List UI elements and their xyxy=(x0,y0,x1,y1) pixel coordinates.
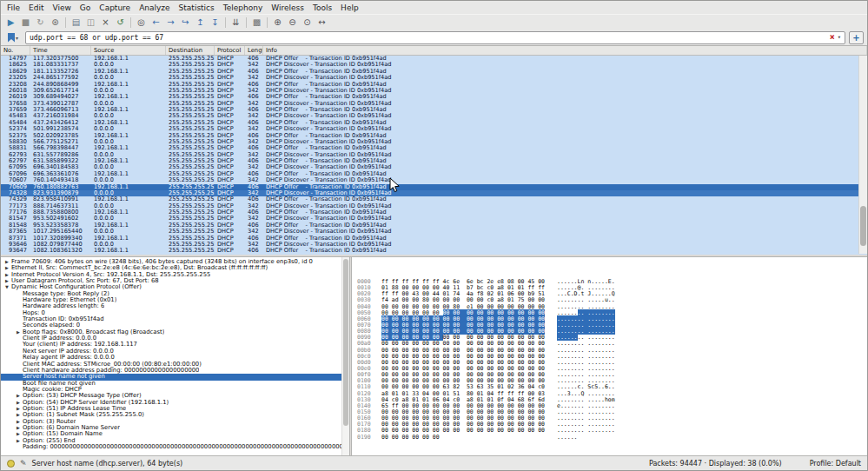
expand-toggle-icon[interactable]: ▶ xyxy=(14,329,23,335)
column-header-no[interactable]: No. xyxy=(1,46,30,55)
auto-scroll-toggle-icon[interactable]: ⇊ xyxy=(229,16,243,29)
expand-toggle-icon[interactable]: ▶ xyxy=(3,272,11,278)
hex-row[interactable]: 019000 00 00 00 00 00...... xyxy=(357,435,867,441)
menu-item-file[interactable]: File xyxy=(3,3,24,12)
detail-line[interactable]: Client hardware address padding: 0000000… xyxy=(1,368,349,374)
expand-toggle-icon[interactable]: ▶ xyxy=(3,265,11,271)
go-to-packet-icon[interactable]: ↪ xyxy=(178,16,193,29)
save-capture-file-icon[interactable]: ◫ xyxy=(83,16,98,29)
capture-options-icon[interactable]: ⊛ xyxy=(48,16,63,29)
packet-row[interactable]: 81547953.5024916020.0.0.0255.255.255.255… xyxy=(1,216,867,222)
expert-info-icon[interactable] xyxy=(7,460,15,468)
go-forward-icon[interactable]: → xyxy=(163,16,178,29)
menu-item-analyze[interactable]: Analyze xyxy=(135,3,174,12)
column-header-source[interactable]: Source xyxy=(91,46,166,55)
scrollbar-thumb[interactable] xyxy=(860,206,866,246)
packet-row[interactable]: 58830566.7751252710.0.0.0255.255.255.255… xyxy=(1,139,867,145)
packet-row[interactable]: 26018309.6526177140.0.0.0255.255.255.255… xyxy=(1,88,867,94)
menu-item-go[interactable]: Go xyxy=(76,3,95,12)
expand-toggle-icon[interactable]: ▶ xyxy=(14,425,23,431)
detail-line[interactable]: Seconds elapsed: 0 xyxy=(1,322,349,328)
packet-row[interactable]: 936471082.108361320192.168.1.1255.255.25… xyxy=(1,248,867,254)
column-header-length[interactable]: Length xyxy=(245,46,263,55)
detail-line[interactable]: ▶Option: (6) Domain Name Server xyxy=(1,425,349,431)
menu-item-wireless[interactable]: Wireless xyxy=(267,3,308,12)
column-header-time[interactable]: Time xyxy=(30,46,91,55)
packet-row[interactable]: 45484437.243426412192.168.1.1255.255.255… xyxy=(1,120,867,126)
packet-row[interactable]: 37659373.466096713192.168.1.1255.255.255… xyxy=(1,107,867,113)
detail-line[interactable]: Hops: 0 xyxy=(1,310,349,316)
column-header-info[interactable]: Info xyxy=(263,46,867,55)
find-packet-icon[interactable]: ◎ xyxy=(134,16,149,29)
detail-line[interactable]: Relay agent IP address: 0.0.0.0 xyxy=(1,355,349,361)
go-to-last-packet-icon[interactable]: ↧ xyxy=(208,16,222,29)
detail-line[interactable]: ▶Ethernet II, Src: CommectT_bc:2e:e8 (4c… xyxy=(1,265,349,271)
restart-capture-icon[interactable]: ↻ xyxy=(33,16,48,29)
packet-row[interactable]: 37658373.4390127870.0.0.0255.255.255.255… xyxy=(1,101,867,107)
packet-row[interactable]: 23205244.8651775920.0.0.0255.255.255.255… xyxy=(1,75,867,81)
clear-filter-icon[interactable]: × xyxy=(830,33,835,42)
packet-row[interactable]: 74328823.9313908790.0.0.0255.255.255.255… xyxy=(1,190,867,196)
zoom-in-icon[interactable]: ⊕ xyxy=(270,16,285,29)
packet-row[interactable]: 45483437.2160319840.0.0.0255.255.255.255… xyxy=(1,113,867,119)
capture-comment-icon[interactable]: ✎ xyxy=(20,459,27,468)
detail-line[interactable]: Magic cookie: DHCP xyxy=(1,387,349,393)
packet-row[interactable]: 70609760.180882763192.168.1.1255.255.255… xyxy=(1,184,867,190)
detail-line[interactable]: ▶Option: (54) DHCP Server Identifier (19… xyxy=(1,400,349,406)
detail-line[interactable]: ▶User Datagram Protocol, Src Port: 67, D… xyxy=(1,278,349,284)
menu-item-help[interactable]: Help xyxy=(336,3,363,12)
packet-row[interactable]: 70607760.1404934180.0.0.0255.255.255.255… xyxy=(1,177,867,183)
expand-toggle-icon[interactable]: ▶ xyxy=(14,412,23,418)
close-capture-file-icon[interactable]: × xyxy=(98,16,113,29)
detail-line[interactable]: Server host name not given xyxy=(1,374,349,380)
details-scrollbar-thumb[interactable] xyxy=(343,259,348,426)
menu-item-tools[interactable]: Tools xyxy=(308,3,336,12)
packet-row[interactable]: 873711017.320899340192.168.1.1255.255.25… xyxy=(1,236,867,242)
detail-line[interactable]: Hardware address length: 6 xyxy=(1,303,349,309)
go-back-icon[interactable]: ← xyxy=(149,16,163,29)
packet-row[interactable]: 58831566.798398447192.168.1.1255.255.255… xyxy=(1,145,867,151)
add-filter-button[interactable]: + xyxy=(849,31,864,44)
reload-capture-file-icon[interactable]: ↺ xyxy=(113,16,128,29)
expand-toggle-icon[interactable]: ▶ xyxy=(14,393,23,399)
expand-toggle-icon[interactable]: ▶ xyxy=(14,406,23,412)
packet-row[interactable]: 52374501.9912385740.0.0.0255.255.255.255… xyxy=(1,126,867,132)
packet-row[interactable]: 18629181.113352726192.168.1.1255.255.255… xyxy=(1,69,867,75)
packet-row[interactable]: 74329823.958410991192.168.1.1255.255.255… xyxy=(1,196,867,202)
menu-item-statistics[interactable]: Statistics xyxy=(175,3,219,12)
packet-row[interactable]: 77176888.735880800192.168.1.1255.255.255… xyxy=(1,209,867,216)
packet-row[interactable]: 873651017.2951654400.0.0.0255.255.255.25… xyxy=(1,229,867,235)
expand-toggle-icon[interactable]: ▶ xyxy=(3,278,11,284)
packet-row[interactable]: 67095696.3401845830.0.0.0255.255.255.255… xyxy=(1,164,867,170)
stop-capture-icon[interactable]: ■ xyxy=(18,16,33,29)
detail-line[interactable]: ▶Option: (53) DHCP Message Type (Offer) xyxy=(1,393,349,399)
detail-line[interactable]: Next server IP address: 0.0.0.0 xyxy=(1,348,349,355)
packet-row[interactable]: 18625181.0833317370.0.0.0255.255.255.255… xyxy=(1,62,867,68)
detail-line[interactable]: ▼Dynamic Host Configuration Protocol (Of… xyxy=(1,284,349,290)
display-filter-input[interactable]: udp.port == 68 or udp.port == 67 × ▾ xyxy=(25,31,845,44)
colorize-packets-icon[interactable]: ▩ xyxy=(249,16,264,29)
packet-row[interactable]: 14797117.320377500192.168.1.1255.255.255… xyxy=(1,56,867,62)
go-to-first-packet-icon[interactable]: ↥ xyxy=(193,16,208,29)
packet-row[interactable]: 936461082.0798774400.0.0.0255.255.255.25… xyxy=(1,242,867,248)
resize-columns-icon[interactable]: ↔ xyxy=(315,16,329,29)
detail-line[interactable]: Transaction ID: 0xb951f4ad xyxy=(1,316,349,322)
detail-line[interactable]: ▶Internet Protocol Version 4, Src: 192.1… xyxy=(1,272,349,278)
column-header-protocol[interactable]: Protocol xyxy=(215,46,245,55)
packet-row[interactable]: 81548953.523358378192.168.1.1255.255.255… xyxy=(1,222,867,229)
detail-line[interactable]: Padding: 0000000000000000000000000000000… xyxy=(1,444,349,450)
column-header-destination[interactable]: Destination xyxy=(166,46,215,55)
detail-line[interactable]: Client MAC address: STMicroe_00:00:00 (0… xyxy=(1,362,349,368)
expand-toggle-icon[interactable]: ▶ xyxy=(14,438,23,444)
expand-toggle-icon[interactable]: ▶ xyxy=(14,419,23,425)
packet-row[interactable]: 23208244.890868499192.168.1.1255.255.255… xyxy=(1,82,867,88)
packet-row[interactable]: 67096696.363361076192.168.1.1255.255.255… xyxy=(1,171,867,177)
filter-bookmark-button[interactable]: ▾ xyxy=(4,31,22,43)
menu-item-view[interactable]: View xyxy=(49,3,76,12)
detail-line[interactable]: ▶Option: (15) Domain Name xyxy=(1,431,349,437)
detail-line[interactable]: ▶Bootp flags: 0x8000, Broadcast flag (Br… xyxy=(1,329,349,335)
status-packet-counts[interactable]: Packets: 94447 · Displayed: 38 (0.0%) xyxy=(649,460,782,468)
detail-line[interactable]: Hardware type: Ethernet (0x01) xyxy=(1,297,349,303)
detail-line[interactable]: Your (client) IP address: 192.168.1.117 xyxy=(1,342,349,348)
detail-line[interactable]: Boot file name not given xyxy=(1,381,349,387)
